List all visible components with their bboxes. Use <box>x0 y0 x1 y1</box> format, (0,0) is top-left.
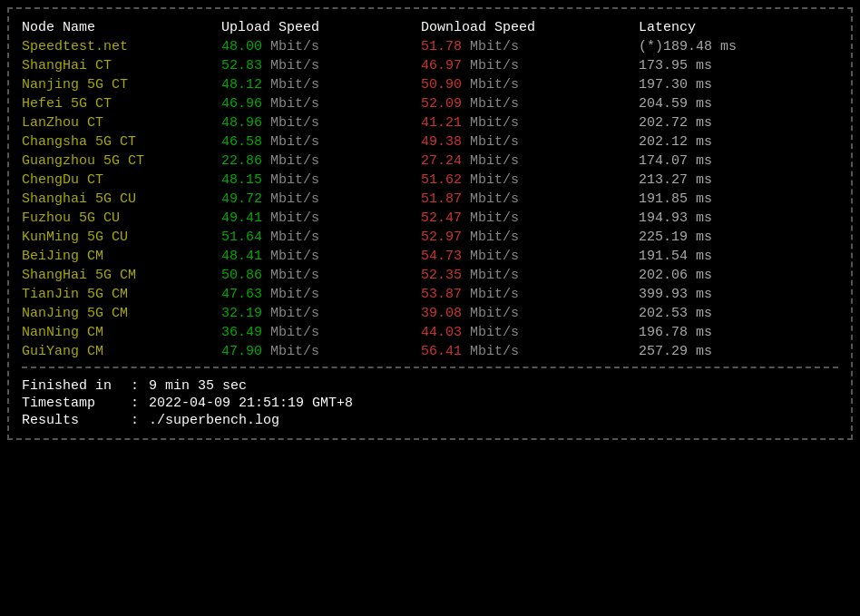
cell-latency: 204.59 ms <box>639 96 820 112</box>
table-row: TianJin 5G CM 47.63 Mbit/s 53.87 Mbit/s … <box>22 285 838 304</box>
footer-finished: Finished in : 9 min 35 sec <box>22 377 838 395</box>
table-row: NanJing 5G CM 32.19 Mbit/s 39.08 Mbit/s … <box>22 304 838 323</box>
cell-node: TianJin 5G CM <box>22 287 221 302</box>
cell-node: Changsha 5G CT <box>22 134 221 150</box>
cell-upload: 46.58 Mbit/s <box>221 134 421 150</box>
table-row: ShangHai CT 52.83 Mbit/s 46.97 Mbit/s 17… <box>22 56 838 75</box>
cell-latency: 202.12 ms <box>639 134 820 150</box>
table-row: Speedtest.net 48.00 Mbit/s 51.78 Mbit/s … <box>22 37 838 56</box>
cell-download: 52.09 Mbit/s <box>421 96 639 112</box>
cell-latency: (*)189.48 ms <box>639 39 820 54</box>
footer-timestamp: Timestamp : 2022-04-09 21:51:19 GMT+8 <box>22 395 838 412</box>
table-body: Speedtest.net 48.00 Mbit/s 51.78 Mbit/s … <box>22 37 838 361</box>
cell-upload: 47.63 Mbit/s <box>221 287 421 302</box>
divider-bottom <box>22 367 838 368</box>
table-row: ShangHai 5G CM 50.86 Mbit/s 52.35 Mbit/s… <box>22 266 838 285</box>
speed-table: Node Name Upload Speed Download Speed La… <box>22 18 838 361</box>
cell-upload: 46.96 Mbit/s <box>221 96 421 112</box>
footer-results: Results : ./superbench.log <box>22 412 838 429</box>
header-node: Node Name <box>22 20 221 35</box>
cell-latency: 202.72 ms <box>639 115 820 131</box>
cell-node: LanZhou CT <box>22 115 221 131</box>
cell-node: Shanghai 5G CU <box>22 191 221 207</box>
cell-upload: 47.90 Mbit/s <box>221 344 421 359</box>
cell-latency: 399.93 ms <box>639 287 820 302</box>
table-row: BeiJing CM 48.41 Mbit/s 54.73 Mbit/s 191… <box>22 247 838 266</box>
cell-download: 46.97 Mbit/s <box>421 58 639 73</box>
cell-node: ShangHai 5G CM <box>22 268 221 283</box>
cell-latency: 191.54 ms <box>639 249 820 264</box>
cell-node: BeiJing CM <box>22 249 221 264</box>
cell-upload: 49.72 Mbit/s <box>221 191 421 207</box>
cell-upload: 48.00 Mbit/s <box>221 39 421 54</box>
footer-section: Finished in : 9 min 35 sec Timestamp : 2… <box>22 374 838 429</box>
cell-download: 39.08 Mbit/s <box>421 306 639 321</box>
finished-label: Finished in <box>22 378 131 394</box>
table-row: ChengDu CT 48.15 Mbit/s 51.62 Mbit/s 213… <box>22 171 838 190</box>
header-download: Download Speed <box>421 20 639 35</box>
cell-node: NanJing 5G CM <box>22 306 221 321</box>
table-row: NanNing CM 36.49 Mbit/s 44.03 Mbit/s 196… <box>22 323 838 342</box>
cell-node: ShangHai CT <box>22 58 221 73</box>
cell-node: Guangzhou 5G CT <box>22 153 221 169</box>
cell-download: 54.73 Mbit/s <box>421 249 639 264</box>
cell-latency: 202.53 ms <box>639 306 820 321</box>
cell-download: 41.21 Mbit/s <box>421 115 639 131</box>
cell-latency: 173.95 ms <box>639 58 820 73</box>
results-value: ./superbench.log <box>149 413 279 428</box>
cell-node: Hefei 5G CT <box>22 96 221 112</box>
cell-upload: 36.49 Mbit/s <box>221 325 421 340</box>
table-row: Fuzhou 5G CU 49.41 Mbit/s 52.47 Mbit/s 1… <box>22 209 838 228</box>
cell-upload: 32.19 Mbit/s <box>221 306 421 321</box>
cell-download: 51.78 Mbit/s <box>421 39 639 54</box>
table-row: KunMing 5G CU 51.64 Mbit/s 52.97 Mbit/s … <box>22 228 838 247</box>
cell-download: 51.62 Mbit/s <box>421 172 639 188</box>
timestamp-sep: : <box>131 396 149 411</box>
results-sep: : <box>131 413 149 428</box>
table-row: GuiYang CM 47.90 Mbit/s 56.41 Mbit/s 257… <box>22 342 838 361</box>
cell-latency: 194.93 ms <box>639 210 820 226</box>
table-row: Shanghai 5G CU 49.72 Mbit/s 51.87 Mbit/s… <box>22 190 838 209</box>
table-row: Guangzhou 5G CT 22.86 Mbit/s 27.24 Mbit/… <box>22 152 838 171</box>
table-header: Node Name Upload Speed Download Speed La… <box>22 18 838 37</box>
cell-node: NanNing CM <box>22 325 221 340</box>
cell-node: KunMing 5G CU <box>22 230 221 245</box>
table-row: Hefei 5G CT 46.96 Mbit/s 52.09 Mbit/s 20… <box>22 94 838 113</box>
cell-node: Nanjing 5G CT <box>22 77 221 93</box>
cell-upload: 48.96 Mbit/s <box>221 115 421 131</box>
cell-download: 51.87 Mbit/s <box>421 191 639 207</box>
cell-node: Fuzhou 5G CU <box>22 210 221 226</box>
cell-upload: 49.41 Mbit/s <box>221 210 421 226</box>
cell-upload: 22.86 Mbit/s <box>221 153 421 169</box>
cell-node: GuiYang CM <box>22 344 221 359</box>
cell-upload: 48.15 Mbit/s <box>221 172 421 188</box>
results-label: Results <box>22 413 131 428</box>
table-row: LanZhou CT 48.96 Mbit/s 41.21 Mbit/s 202… <box>22 113 838 132</box>
cell-upload: 48.41 Mbit/s <box>221 249 421 264</box>
cell-upload: 50.86 Mbit/s <box>221 268 421 283</box>
finished-sep: : <box>131 378 149 394</box>
cell-latency: 225.19 ms <box>639 230 820 245</box>
cell-latency: 174.07 ms <box>639 153 820 169</box>
timestamp-label: Timestamp <box>22 396 131 411</box>
finished-value: 9 min 35 sec <box>149 378 247 394</box>
cell-latency: 197.30 ms <box>639 77 820 93</box>
terminal-window: Node Name Upload Speed Download Speed La… <box>7 7 853 440</box>
cell-node: Speedtest.net <box>22 39 221 54</box>
header-upload: Upload Speed <box>221 20 421 35</box>
cell-download: 44.03 Mbit/s <box>421 325 639 340</box>
cell-latency: 257.29 ms <box>639 344 820 359</box>
cell-latency: 202.06 ms <box>639 268 820 283</box>
cell-download: 50.90 Mbit/s <box>421 77 639 93</box>
table-row: Nanjing 5G CT 48.12 Mbit/s 50.90 Mbit/s … <box>22 75 838 94</box>
cell-download: 56.41 Mbit/s <box>421 344 639 359</box>
cell-download: 52.47 Mbit/s <box>421 210 639 226</box>
cell-node: ChengDu CT <box>22 172 221 188</box>
cell-download: 27.24 Mbit/s <box>421 153 639 169</box>
cell-download: 49.38 Mbit/s <box>421 134 639 150</box>
cell-latency: 196.78 ms <box>639 325 820 340</box>
cell-latency: 213.27 ms <box>639 172 820 188</box>
cell-download: 52.97 Mbit/s <box>421 230 639 245</box>
table-row: Changsha 5G CT 46.58 Mbit/s 49.38 Mbit/s… <box>22 132 838 152</box>
cell-upload: 51.64 Mbit/s <box>221 230 421 245</box>
